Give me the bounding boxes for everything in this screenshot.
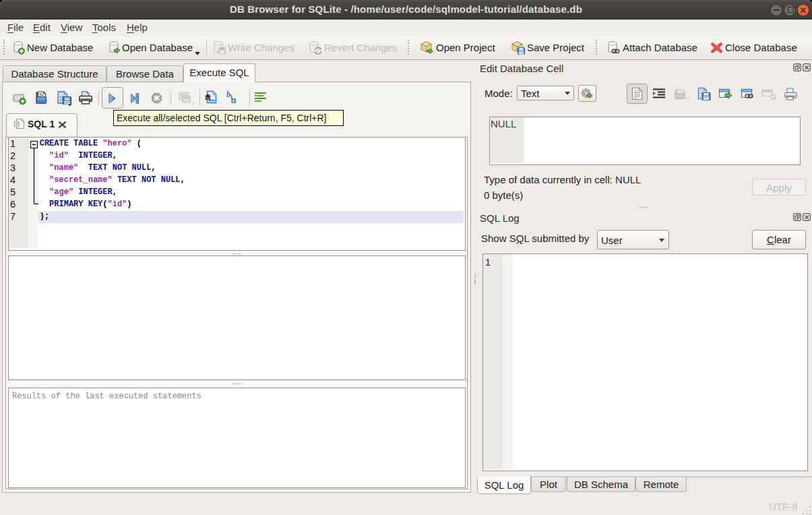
svg-text:b: b (226, 90, 230, 99)
